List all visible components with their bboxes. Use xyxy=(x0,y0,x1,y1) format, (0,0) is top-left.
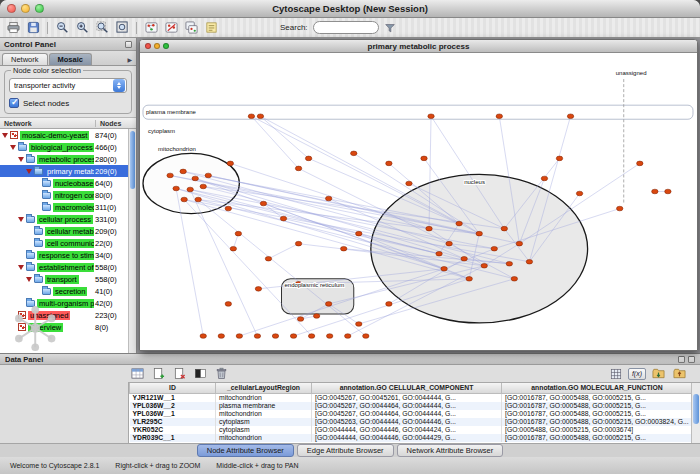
graph-node[interactable] xyxy=(225,206,231,211)
table-cell[interactable]: [GO:0044444, GO:0044446, GO:0044429, G..… xyxy=(312,434,502,442)
expander-icon[interactable] xyxy=(18,217,24,222)
column-mode-button[interactable] xyxy=(191,365,209,382)
graph-node[interactable] xyxy=(567,114,573,119)
graph-node[interactable] xyxy=(326,334,332,339)
graph-node[interactable] xyxy=(181,197,187,202)
graph-node[interactable] xyxy=(180,169,186,174)
table-cell[interactable]: [GO:0044444, GO:0044446, GO:0044424, G..… xyxy=(312,426,502,434)
zoom-in-button[interactable] xyxy=(73,19,91,36)
table-header-cell[interactable]: annotation.GO CELLULAR_COMPONENT xyxy=(312,383,502,393)
graph-node[interactable] xyxy=(501,226,507,231)
graph-node[interactable] xyxy=(456,221,462,226)
graph-node[interactable] xyxy=(236,334,242,339)
graph-node[interactable] xyxy=(218,334,224,339)
graph-node[interactable] xyxy=(526,259,532,264)
zoom-selected-button[interactable] xyxy=(93,19,111,36)
graph-node[interactable] xyxy=(173,186,179,191)
tab-network-attribute-browser[interactable]: Network Attribute Browser xyxy=(397,444,504,457)
tab-edge-attribute-browser[interactable]: Edge Attribute Browser xyxy=(297,444,394,457)
graph-node[interactable] xyxy=(356,322,362,327)
graph-node[interactable] xyxy=(441,266,447,271)
tab-node-attribute-browser[interactable]: Node Attribute Browser xyxy=(197,444,294,457)
delete-attribute-button[interactable] xyxy=(170,365,188,382)
tree-item-nitrogen-compo[interactable]: nitrogen compo80(0) xyxy=(0,189,128,201)
graph-node[interactable] xyxy=(265,256,271,261)
graph-node[interactable] xyxy=(305,156,311,161)
data-panel-header[interactable]: Data Panel xyxy=(0,354,700,365)
new-network-view-button[interactable] xyxy=(142,19,160,36)
save-session-button[interactable] xyxy=(24,19,42,36)
select-attributes-button[interactable] xyxy=(128,365,146,382)
graph-node[interactable] xyxy=(248,114,254,119)
graph-edge[interactable] xyxy=(268,244,298,259)
tree-scrollbar-thumb[interactable] xyxy=(130,131,135,189)
graph-node[interactable] xyxy=(260,201,266,206)
graph-node[interactable] xyxy=(297,317,303,322)
table-cell[interactable]: mitochondrion xyxy=(216,393,312,402)
graph-node[interactable] xyxy=(200,184,206,189)
network-graph[interactable]: plasma membranecytoplasmmitochondrionnuc… xyxy=(140,53,697,351)
graph-node[interactable] xyxy=(254,334,260,339)
close-datapanel-button[interactable] xyxy=(688,356,695,363)
graph-node[interactable] xyxy=(511,277,517,282)
formula-builder-button[interactable]: f(x) xyxy=(628,368,646,380)
search-options-button[interactable] xyxy=(381,19,399,36)
graph-edge[interactable] xyxy=(260,116,308,158)
graph-node[interactable] xyxy=(496,114,502,119)
delete-rows-button[interactable] xyxy=(212,365,230,382)
frame-close-button[interactable] xyxy=(145,43,151,49)
table-cell[interactable]: plasma membrane xyxy=(216,402,312,410)
graph-node[interactable] xyxy=(481,263,487,268)
graph-node[interactable] xyxy=(516,241,522,246)
table-row[interactable]: YKR052Ccytoplasm[GO:0044444, GO:0044446,… xyxy=(130,426,693,434)
zoom-fit-button[interactable] xyxy=(113,19,131,36)
create-attribute-button[interactable] xyxy=(149,365,167,382)
table-row[interactable]: YJR121W__1mitochondrion[GO:0045267, GO:0… xyxy=(130,393,693,402)
graph-node[interactable] xyxy=(446,241,452,246)
table-cell[interactable]: [GO:0045267, GO:0044464, GO:0044444, G..… xyxy=(312,410,502,418)
expander-icon[interactable] xyxy=(10,145,16,150)
table-cell[interactable]: mitochondrion xyxy=(216,434,312,442)
tree-item-metabolic-process[interactable]: metabolic process280(0) xyxy=(0,153,128,165)
annotation-button[interactable] xyxy=(202,19,220,36)
tree-item-response-to-stimul[interactable]: response to stimul34(0) xyxy=(0,249,128,261)
graph-node[interactable] xyxy=(436,251,442,256)
graph-node[interactable] xyxy=(637,161,643,166)
tab-scroll-right-icon[interactable]: ▶ xyxy=(127,56,134,65)
network-canvas[interactable]: plasma membranecytoplasmmitochondrionnuc… xyxy=(140,53,697,351)
table-cell[interactable]: YDR039C__1 xyxy=(130,434,216,442)
table-cell[interactable]: YPL036W__1 xyxy=(130,410,216,418)
network-view-frame[interactable]: primary metabolic process plasma membran… xyxy=(139,39,698,351)
table-cell[interactable]: YKR052C xyxy=(130,426,216,434)
graph-node[interactable] xyxy=(386,302,392,307)
graph-node[interactable] xyxy=(325,302,331,307)
table-cell[interactable]: mitochondrion xyxy=(216,410,312,418)
table-cell[interactable]: [GO:0016787, GO:0005488, GO:0005215, G..… xyxy=(502,402,693,410)
close-window-button[interactable] xyxy=(7,4,16,13)
graph-node[interactable] xyxy=(200,334,206,339)
table-cell[interactable]: [GO:0045267, GO:0044464, GO:0044444, G..… xyxy=(312,402,502,410)
tree-scrollbar[interactable] xyxy=(128,129,136,353)
graph-node[interactable] xyxy=(167,173,173,178)
graph-node[interactable] xyxy=(227,161,233,166)
tree-item-secretion[interactable]: secretion41(0) xyxy=(0,285,128,297)
table-row[interactable]: YPL036W__2plasma membrane[GO:0045267, GO… xyxy=(130,402,693,410)
tree-item-cellular-process[interactable]: cellular process331(0) xyxy=(0,213,128,225)
graph-node[interactable] xyxy=(341,246,347,251)
graph-node[interactable] xyxy=(466,277,472,282)
table-cell[interactable]: [GO:0016787, GO:0005488, GO:0005215, GO:… xyxy=(502,418,693,426)
tree-item-cell-communica[interactable]: cell communica22(0) xyxy=(0,237,128,249)
graph-node[interactable] xyxy=(272,334,278,339)
table-cell[interactable]: YJR121W__1 xyxy=(130,393,216,402)
graph-node[interactable] xyxy=(356,231,362,236)
graph-node[interactable] xyxy=(461,256,467,261)
graph-node[interactable] xyxy=(491,246,497,251)
zoom-out-button[interactable] xyxy=(53,19,71,36)
network-overlay-button[interactable] xyxy=(182,19,200,36)
graph-node[interactable] xyxy=(187,187,193,192)
table-scrollbar[interactable] xyxy=(691,383,700,443)
expander-icon[interactable] xyxy=(2,133,8,138)
graph-node[interactable] xyxy=(428,114,434,119)
graph-node[interactable] xyxy=(205,173,211,178)
table-cell[interactable]: [GO:0016787, GO:0005488, GO:0005215, G..… xyxy=(502,393,693,402)
